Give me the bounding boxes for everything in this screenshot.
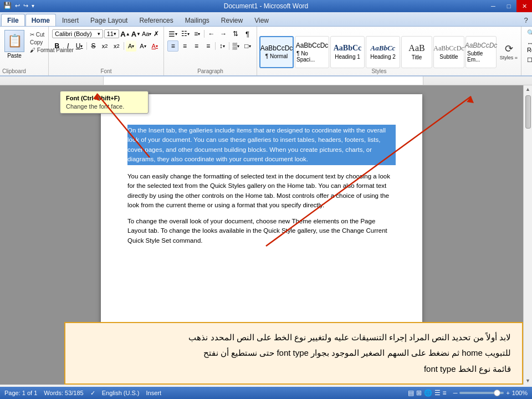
editing-group: 🔍 Find ▾ ↔ Replace ☐ Select ▾ Editing <box>521 27 532 75</box>
line-spacing-button[interactable]: ↕▾ <box>217 40 228 52</box>
find-button[interactable]: 🔍 Find ▾ <box>525 28 532 38</box>
tab-review[interactable]: Review <box>216 14 248 26</box>
qat-redo-icon[interactable]: ↪ <box>22 2 29 10</box>
zoom-slider-thumb[interactable] <box>494 390 500 396</box>
zoom-out-button[interactable]: ─ <box>453 390 458 396</box>
style-heading2-button[interactable]: AaBbCc Heading 2 <box>366 36 400 68</box>
superscript-button[interactable]: x2 <box>111 40 122 52</box>
full-screen-view-button[interactable]: ⊞ <box>416 389 422 397</box>
borders-button[interactable]: □▾ <box>242 40 253 52</box>
status-page: Page: 1 of 1 <box>4 390 37 396</box>
ruler <box>103 76 423 85</box>
style-subtitle-button[interactable]: AaBbCcDc Subtitle <box>433 36 464 68</box>
highlight-button[interactable]: A▾ <box>137 40 148 52</box>
clipboard-group: 📋 Paste ✂ Cut Copy 🖌 Format Painter Clip… <box>0 27 49 75</box>
font-group-label: Font <box>49 68 163 74</box>
grow-font-button[interactable]: A▲ <box>120 28 130 39</box>
change-case-button[interactable]: Aa▾ <box>142 28 151 39</box>
font-group: Calibri (Body)▾ 11▾ A▲ A▼ Aa▾ ✗ B I U▾ S… <box>49 27 164 75</box>
font-tooltip: Font (Ctrl+Shift+F) Change the font face… <box>60 91 149 114</box>
outline-view-button[interactable]: ☰ <box>434 389 441 397</box>
minimize-button[interactable]: ─ <box>485 0 501 12</box>
tab-page-layout[interactable]: Page Layout <box>85 14 133 26</box>
tab-file[interactable]: File <box>1 14 25 26</box>
shrink-font-button[interactable]: A▼ <box>131 28 141 39</box>
qat-undo-icon[interactable]: ↩ <box>14 2 21 10</box>
status-insert-mode[interactable]: Insert <box>146 390 162 396</box>
scroll-thumb[interactable] <box>525 95 531 129</box>
change-styles-button[interactable]: ⟳ Styles = <box>499 36 519 68</box>
font-color-button[interactable]: A▾ <box>150 40 160 52</box>
draft-view-button[interactable]: ≡ <box>443 389 447 397</box>
vertical-scrollbar[interactable]: ▲ ▼ <box>523 85 532 385</box>
style-heading1-button[interactable]: AaBbCc Heading 1 <box>330 36 365 68</box>
zoom-level[interactable]: 100% <box>512 390 528 396</box>
help-button[interactable]: ? <box>520 14 532 26</box>
scroll-up-button[interactable]: ▲ <box>525 86 530 92</box>
italic-button[interactable]: I <box>63 40 73 52</box>
styles-group: AaBbCcDc ¶ Normal AaBbCcDc ¶ No Spaci...… <box>257 27 521 75</box>
tab-insert[interactable]: Insert <box>57 14 84 26</box>
tab-references[interactable]: References <box>134 14 178 26</box>
font-size-selector[interactable]: 11▾ <box>104 29 120 38</box>
zoom-slider[interactable] <box>459 392 504 394</box>
scroll-down-button[interactable]: ▼ <box>525 378 530 383</box>
shading-button[interactable]: ▒▾ <box>231 40 242 52</box>
styles-group-label: Styles <box>257 68 501 74</box>
proofing-check-icon[interactable]: ✓ <box>90 390 95 397</box>
clipboard-group-label: Clipboard <box>2 68 26 74</box>
paste-button[interactable]: 📋 Paste <box>2 29 27 60</box>
select-button[interactable]: ☐ Select ▾ <box>525 55 532 65</box>
web-layout-view-button[interactable]: 🌐 <box>424 389 432 397</box>
align-left-button[interactable]: ≡ <box>167 40 178 52</box>
tab-home[interactable]: Home <box>25 14 56 26</box>
paragraph-3: To change the overall look of your docum… <box>127 217 396 245</box>
underline-button[interactable]: U▾ <box>74 40 84 52</box>
tab-mailings[interactable]: Mailings <box>180 14 215 26</box>
status-words: Words: 53/185 <box>44 390 83 396</box>
zoom-control[interactable]: ─ + 100% <box>453 390 528 396</box>
bold-button[interactable]: B <box>52 40 62 52</box>
maximize-button[interactable]: □ <box>501 0 516 12</box>
tooltip-description: Change the font face. <box>66 103 142 110</box>
align-right-button[interactable]: ≡ <box>191 40 202 52</box>
justify-button[interactable]: ≡ <box>203 40 214 52</box>
align-center-button[interactable]: ≡ <box>179 40 190 52</box>
paragraph-2: You can easily change the formatting of … <box>127 172 396 210</box>
style-title-button[interactable]: AaB Title <box>401 36 432 68</box>
tooltip-title: Font (Ctrl+Shift+F) <box>66 95 142 101</box>
document-page: On the Insert tab, the galleries include… <box>101 94 422 349</box>
qat-save-icon[interactable]: 💾 <box>2 1 13 10</box>
qat-customize-icon[interactable]: ▾ <box>30 2 35 9</box>
window-title: Document1 - Microsoft Word <box>0 0 532 12</box>
tab-view[interactable]: View <box>249 14 274 26</box>
style-normal-button[interactable]: AaBbCcDc ¶ Normal <box>259 36 294 68</box>
status-bar: Page: 1 of 1 Words: 53/185 ✓ English (U.… <box>0 387 532 399</box>
print-layout-view-button[interactable]: ▤ <box>408 389 414 397</box>
close-button[interactable]: ✕ <box>516 0 532 12</box>
style-subtle-em-button[interactable]: AaBbCcDc Subtle Em... <box>466 36 497 68</box>
sort-button[interactable]: ⇅ <box>230 28 242 39</box>
editing-group-label: Editing <box>521 68 532 74</box>
arabic-line-2: للتبويب home ثم نضغط على السهم الصغير ال… <box>76 345 511 361</box>
multilevel-list-button[interactable]: ≡▾ <box>191 28 203 39</box>
style-no-spacing-button[interactable]: AaBbCcDc ¶ No Spaci... <box>295 36 329 68</box>
strikethrough-button[interactable]: S <box>89 40 99 52</box>
numbering-button[interactable]: ☷▾ <box>180 28 191 39</box>
replace-button[interactable]: ↔ Replace <box>525 39 532 54</box>
arabic-instruction-box: لابد أولاً من تحديد النص المراد إجراء ال… <box>64 322 523 385</box>
paste-icon: 📋 <box>4 30 24 52</box>
paragraph-1: On the Insert tab, the galleries include… <box>127 125 396 165</box>
subscript-button[interactable]: x2 <box>99 40 110 52</box>
decrease-indent-button[interactable]: ← <box>206 28 217 39</box>
view-buttons: ▤ ⊞ 🌐 ☰ ≡ <box>408 389 447 397</box>
text-effect-button[interactable]: A▾ <box>126 40 136 52</box>
arabic-line-3: قائمة نوع الخط font type <box>76 361 511 377</box>
status-language[interactable]: English (U.S.) <box>102 390 140 396</box>
increase-indent-button[interactable]: → <box>218 28 229 39</box>
bullets-button[interactable]: ☰▾ <box>167 28 179 39</box>
show-all-button[interactable]: ¶ <box>242 28 253 39</box>
zoom-in-button[interactable]: + <box>506 390 509 396</box>
font-name-selector[interactable]: Calibri (Body)▾ <box>52 29 103 38</box>
clear-formatting-button[interactable]: ✗ <box>152 28 160 39</box>
